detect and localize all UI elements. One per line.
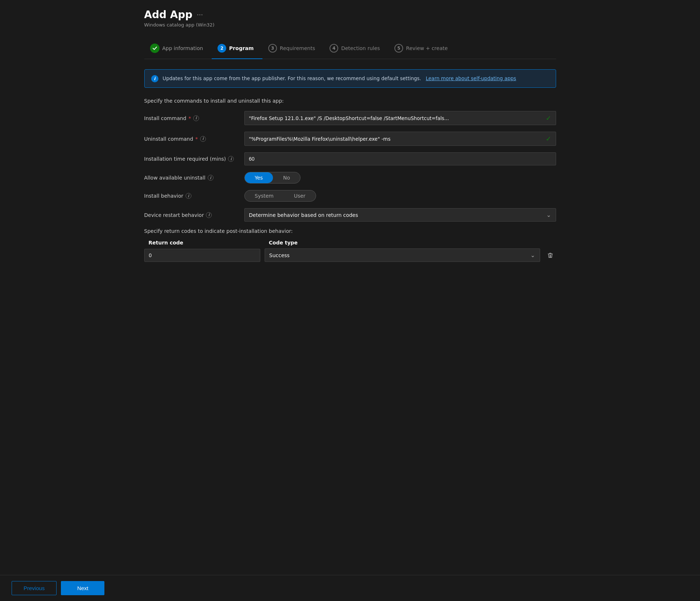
- install-behavior-tooltip[interactable]: i: [186, 193, 191, 199]
- code-type-dropdown[interactable]: Success ⌄: [265, 248, 540, 262]
- wizard-steps: App information 2 Program 3 Requirements…: [144, 39, 556, 59]
- install-command-value: "Firefox Setup 121.0.1.exe" /S /DesktopS…: [249, 115, 543, 121]
- wizard-step-requirements[interactable]: 3 Requirements: [262, 40, 324, 58]
- return-code-input[interactable]: [144, 249, 260, 262]
- return-code-cell: [144, 249, 260, 262]
- uninstall-command-label: Uninstall command * i: [144, 136, 239, 142]
- wizard-step-program[interactable]: 2 Program: [212, 40, 262, 59]
- page-title: Add App ···: [144, 9, 556, 21]
- commands-section-label: Specify the commands to install and unin…: [144, 98, 556, 104]
- title-ellipsis: ···: [197, 11, 203, 18]
- info-banner-link[interactable]: Learn more about self-updating apps: [426, 75, 516, 81]
- step1-label: App information: [162, 45, 203, 51]
- allow-uninstall-row: Allow available uninstall i Yes No: [144, 172, 556, 184]
- code-type-column-header: Code type: [265, 240, 551, 246]
- delete-icon: [547, 252, 554, 259]
- code-type-arrow-icon: ⌄: [530, 252, 535, 259]
- install-behavior-user[interactable]: User: [284, 190, 316, 201]
- footer-actions: Previous Next: [0, 575, 700, 601]
- install-behavior-row: Install behavior i System User: [144, 190, 556, 202]
- step5-label: Review + create: [406, 45, 448, 51]
- page-subtitle: Windows catalog app (Win32): [144, 22, 556, 28]
- allow-uninstall-toggle[interactable]: Yes No: [244, 172, 301, 184]
- step5-circle: 5: [394, 44, 403, 53]
- device-restart-tooltip[interactable]: i: [206, 212, 212, 218]
- uninstall-command-tooltip[interactable]: i: [200, 136, 206, 142]
- table-row: Success ⌄: [144, 248, 556, 262]
- uninstall-command-row: Uninstall command * i "%ProgramFiles%\Mo…: [144, 132, 556, 146]
- install-time-label: Installation time required (mins) i: [144, 156, 239, 162]
- code-type-cell: Success ⌄: [265, 248, 540, 262]
- step3-circle: 3: [268, 44, 277, 53]
- uninstall-command-value: "%ProgramFiles%\Mozilla Firefox\uninstal…: [249, 136, 543, 142]
- install-time-input[interactable]: 60: [244, 152, 556, 165]
- install-command-tooltip[interactable]: i: [193, 115, 199, 121]
- uninstall-command-required: *: [195, 136, 198, 142]
- install-behavior-toggle[interactable]: System User: [244, 190, 316, 202]
- install-time-tooltip[interactable]: i: [228, 156, 234, 162]
- uninstall-command-input[interactable]: "%ProgramFiles%\Mozilla Firefox\uninstal…: [244, 132, 556, 146]
- install-command-check-icon: ✓: [546, 114, 551, 122]
- install-time-field[interactable]: 60: [249, 156, 551, 162]
- device-restart-row: Device restart behavior i Determine beha…: [144, 208, 556, 222]
- delete-row-button[interactable]: [544, 250, 556, 261]
- wizard-step-detection-rules[interactable]: 4 Detection rules: [324, 40, 389, 58]
- return-codes-label: Specify return codes to indicate post-in…: [144, 228, 556, 234]
- step4-circle: 4: [330, 44, 338, 53]
- install-command-row: Install command * i "Firefox Setup 121.0…: [144, 111, 556, 125]
- step4-label: Detection rules: [341, 45, 380, 51]
- return-code-column-header: Return code: [144, 240, 260, 246]
- device-restart-arrow-icon: ⌄: [546, 211, 551, 218]
- allow-uninstall-label: Allow available uninstall i: [144, 175, 239, 181]
- install-command-label: Install command * i: [144, 115, 239, 121]
- return-codes-section: Specify return codes to indicate post-in…: [144, 228, 556, 262]
- step3-label: Requirements: [280, 45, 315, 51]
- device-restart-label: Device restart behavior i: [144, 212, 239, 218]
- next-button[interactable]: Next: [61, 581, 104, 595]
- table-header-row: Return code Code type: [144, 240, 556, 246]
- install-behavior-label: Install behavior i: [144, 193, 239, 199]
- allow-uninstall-no[interactable]: No: [273, 172, 300, 183]
- step2-circle: 2: [218, 44, 226, 53]
- step1-completed-icon: [150, 44, 160, 53]
- install-command-input[interactable]: "Firefox Setup 121.0.1.exe" /S /DesktopS…: [244, 111, 556, 125]
- title-text: Add App: [144, 9, 192, 21]
- info-banner-text: Updates for this app come from the app p…: [163, 75, 516, 82]
- info-icon: i: [151, 75, 158, 82]
- device-restart-dropdown[interactable]: Determine behavior based on return codes…: [244, 208, 556, 222]
- info-banner: i Updates for this app come from the app…: [144, 69, 556, 88]
- wizard-step-app-information[interactable]: App information: [144, 39, 212, 59]
- allow-uninstall-tooltip[interactable]: i: [208, 175, 214, 181]
- previous-button[interactable]: Previous: [12, 581, 57, 595]
- uninstall-command-check-icon: ✓: [546, 135, 551, 143]
- return-codes-table: Return code Code type Success ⌄: [144, 240, 556, 262]
- step2-label: Program: [229, 45, 254, 51]
- install-command-required: *: [189, 115, 191, 121]
- allow-uninstall-yes[interactable]: Yes: [245, 172, 273, 183]
- code-type-value: Success: [269, 252, 290, 258]
- install-time-row: Installation time required (mins) i 60: [144, 152, 556, 165]
- wizard-step-review-create[interactable]: 5 Review + create: [389, 40, 456, 58]
- device-restart-value: Determine behavior based on return codes: [249, 212, 358, 218]
- install-behavior-system[interactable]: System: [245, 190, 284, 201]
